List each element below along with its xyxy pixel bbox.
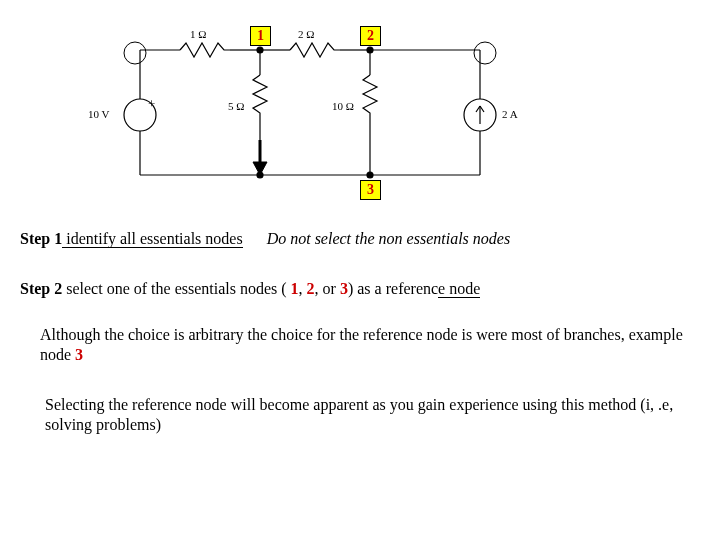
step-1-lead: Step 1 xyxy=(20,230,62,247)
node-3-box: 3 xyxy=(360,180,381,200)
paragraph-2: Selecting the reference node will become… xyxy=(45,395,695,435)
vsrc-label: 10 V xyxy=(88,108,110,120)
step-2-c2: , or xyxy=(315,280,340,297)
node-3-label: 3 xyxy=(367,182,374,197)
para1-n3: 3 xyxy=(75,346,83,363)
para1-text: Although the choice is arbitrary the cho… xyxy=(40,326,683,363)
node-1-box: 1 xyxy=(250,26,271,46)
r5-label: 5 Ω xyxy=(228,100,244,112)
step-2-line: Step 2 select one of the essentials node… xyxy=(20,280,700,298)
vsrc-plus: + xyxy=(148,96,155,112)
step-2-n2: 2 xyxy=(307,280,315,297)
step-2-text-b: ) as a referenc xyxy=(348,280,438,297)
node-2-box: 2 xyxy=(360,26,381,46)
r10-label: 10 Ω xyxy=(332,100,354,112)
paragraph-1: Although the choice is arbitrary the cho… xyxy=(40,325,700,365)
step-2-n1: 1 xyxy=(291,280,299,297)
step-2-n3: 3 xyxy=(340,280,348,297)
step-2-c1: , xyxy=(299,280,307,297)
step-1-note: Do not select the non essentials nodes xyxy=(267,230,511,247)
para2-text: Selecting the reference node will become… xyxy=(45,396,673,433)
circuit-diagram: 1 2 3 1 Ω 2 Ω 5 Ω 10 Ω 10 V + 2 A xyxy=(80,20,540,200)
step-2-text-a: select one of the essentials nodes ( xyxy=(62,280,290,297)
step-1-text-a: identify all essentials xyxy=(62,230,201,248)
step-1-text-b: nodes xyxy=(201,230,242,248)
step-2-text-c: e node xyxy=(438,280,480,298)
r2-label: 2 Ω xyxy=(298,28,314,40)
svg-point-6 xyxy=(124,42,146,64)
r1-label: 1 Ω xyxy=(190,28,206,40)
step-2-lead: Step 2 xyxy=(20,280,62,297)
node-2-label: 2 xyxy=(367,28,374,43)
step-1-line: Step 1 identify all essentials nodes Do … xyxy=(20,230,700,248)
node-1-label: 1 xyxy=(257,28,264,43)
svg-point-7 xyxy=(474,42,496,64)
isrc-label: 2 A xyxy=(502,108,518,120)
